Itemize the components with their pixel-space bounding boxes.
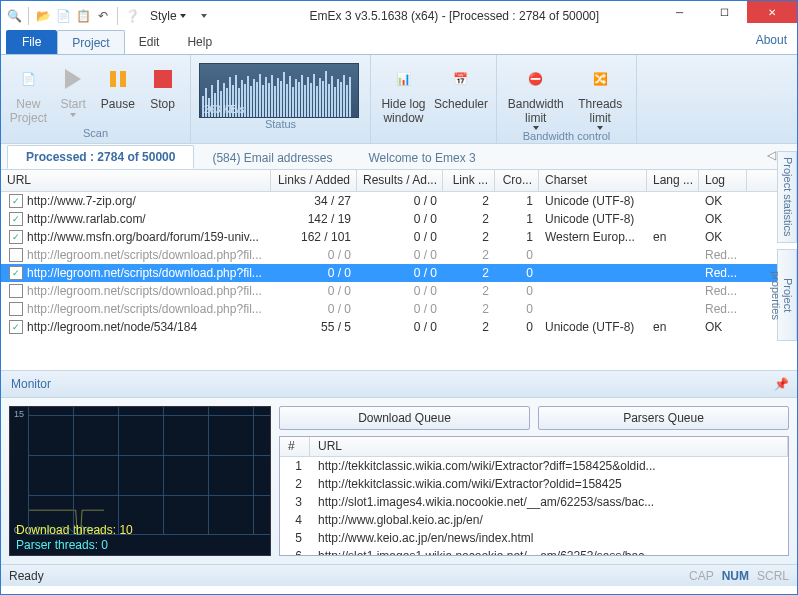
grid-header: URL Links / Added Results / Ad... Link .… bbox=[1, 170, 797, 192]
col-url[interactable]: URL bbox=[1, 170, 271, 191]
file-menu[interactable]: File bbox=[6, 30, 57, 54]
download-queue-button[interactable]: Download Queue bbox=[279, 406, 530, 430]
col-cro[interactable]: Cro... bbox=[495, 170, 539, 191]
row-checkbox[interactable]: ✓ bbox=[9, 302, 23, 316]
qat-more-icon[interactable] bbox=[196, 8, 212, 24]
scheduler-button[interactable]: 📅 Scheduler bbox=[434, 59, 488, 127]
monitor-title: Monitor bbox=[11, 377, 51, 391]
list-item[interactable]: 5http://www.keio.ac.jp/en/news/index.htm… bbox=[280, 529, 788, 547]
row-checkbox[interactable]: ✓ bbox=[9, 248, 23, 262]
table-row[interactable]: ✓http://www.7-zip.org/34 / 270 / 021Unic… bbox=[1, 192, 797, 210]
row-checkbox[interactable]: ✓ bbox=[9, 320, 23, 334]
bandwidth-icon: ⛔ bbox=[520, 63, 552, 95]
paste-icon[interactable]: 📋 bbox=[75, 8, 91, 24]
col-charset[interactable]: Charset bbox=[539, 170, 647, 191]
grid-body[interactable]: ✓http://www.7-zip.org/34 / 270 / 021Unic… bbox=[1, 192, 797, 370]
svg-marker-0 bbox=[65, 69, 81, 89]
list-item[interactable]: 3http://slot1.images4.wikia.nocookie.net… bbox=[280, 493, 788, 511]
svg-rect-2 bbox=[120, 71, 126, 87]
tab-welcome[interactable]: Welcome to Emex 3 bbox=[351, 147, 494, 169]
pause-icon bbox=[102, 63, 134, 95]
hide-log-button[interactable]: 📊 Hide log window bbox=[379, 59, 428, 127]
status-cap: CAP bbox=[689, 569, 714, 583]
sidetab-properties[interactable]: Project properties bbox=[777, 249, 797, 341]
log-window-icon: 📊 bbox=[387, 63, 419, 95]
table-row[interactable]: ✓http://legroom.net/node/534/18455 / 50 … bbox=[1, 318, 797, 336]
mon-col-num[interactable]: # bbox=[280, 437, 310, 456]
mon-col-url[interactable]: URL bbox=[310, 437, 788, 456]
tab-project[interactable]: Project bbox=[57, 30, 124, 54]
col-link[interactable]: Link ... bbox=[443, 170, 495, 191]
about-link[interactable]: About bbox=[756, 33, 787, 47]
minimize-button[interactable]: ─ bbox=[657, 1, 702, 23]
row-checkbox[interactable]: ✓ bbox=[9, 266, 23, 280]
scheduler-icon: 📅 bbox=[445, 63, 477, 95]
help-icon[interactable]: ❔ bbox=[124, 8, 140, 24]
table-row[interactable]: ✓http://www.msfn.org/board/forum/159-uni… bbox=[1, 228, 797, 246]
play-icon bbox=[57, 63, 89, 95]
new-project-icon: 📄 bbox=[12, 63, 44, 95]
status-ready: Ready bbox=[9, 569, 44, 583]
list-item[interactable]: 2http://tekkitclassic.wikia.com/wiki/Ext… bbox=[280, 475, 788, 493]
stop-icon bbox=[147, 63, 179, 95]
threads-limit-button[interactable]: 🔀 Threads limit bbox=[572, 59, 628, 130]
status-num: NUM bbox=[722, 569, 749, 583]
tab-emails[interactable]: (584) Email addresses bbox=[194, 147, 350, 169]
list-item[interactable]: 4http://www.global.keio.ac.jp/en/ bbox=[280, 511, 788, 529]
tab-help[interactable]: Help bbox=[173, 30, 226, 54]
close-button[interactable]: ✕ bbox=[747, 1, 797, 23]
col-results-ad[interactable]: Results / Ad... bbox=[357, 170, 443, 191]
app-icon: 🔍 bbox=[6, 8, 22, 24]
svg-rect-1 bbox=[110, 71, 116, 87]
doc-icon[interactable]: 📄 bbox=[55, 8, 71, 24]
tabstrip-left-icon[interactable]: ◁ bbox=[767, 148, 776, 162]
pause-button[interactable]: Pause bbox=[99, 59, 138, 127]
row-checkbox[interactable]: ✓ bbox=[9, 284, 23, 298]
row-checkbox[interactable]: ✓ bbox=[9, 212, 23, 226]
row-checkbox[interactable]: ✓ bbox=[9, 230, 23, 244]
tab-edit[interactable]: Edit bbox=[125, 30, 174, 54]
table-row[interactable]: ✓http://legroom.net/scripts/download.php… bbox=[1, 264, 797, 282]
svg-rect-3 bbox=[154, 70, 172, 88]
col-links-added[interactable]: Links / Added bbox=[271, 170, 357, 191]
bandwidth-limit-button[interactable]: ⛔ Bandwidth limit bbox=[505, 59, 566, 130]
stop-button[interactable]: Stop bbox=[143, 59, 182, 127]
sidetab-statistics[interactable]: Project statistics bbox=[777, 151, 797, 243]
table-row[interactable]: ✓http://legroom.net/scripts/download.php… bbox=[1, 282, 797, 300]
monitor-list[interactable]: # URL 1http://tekkitclassic.wikia.com/wi… bbox=[279, 436, 789, 556]
new-project-button[interactable]: 📄 New Project bbox=[9, 59, 48, 127]
row-checkbox[interactable]: ✓ bbox=[9, 194, 23, 208]
undo-icon[interactable]: ↶ bbox=[95, 8, 111, 24]
monitor-chart: 15 0 Download threads: 10 Parser threads… bbox=[9, 406, 271, 556]
parsers-queue-button[interactable]: Parsers Queue bbox=[538, 406, 789, 430]
start-button[interactable]: Start bbox=[54, 59, 93, 127]
pin-icon[interactable]: 📌 bbox=[774, 377, 789, 391]
status-scrl: SCRL bbox=[757, 569, 789, 583]
col-log[interactable]: Log bbox=[699, 170, 747, 191]
table-row[interactable]: ✓http://legroom.net/scripts/download.php… bbox=[1, 300, 797, 318]
tab-processed[interactable]: Processed : 2784 of 50000 bbox=[7, 145, 194, 169]
bandwidth-group-label: Bandwidth control bbox=[505, 130, 628, 144]
threads-icon: 🔀 bbox=[584, 63, 616, 95]
status-group-label: Status bbox=[199, 118, 362, 132]
list-item[interactable]: 1http://tekkitclassic.wikia.com/wiki/Ext… bbox=[280, 457, 788, 475]
status-chart: 263 KB/s bbox=[199, 63, 359, 118]
maximize-button[interactable]: ☐ bbox=[702, 1, 747, 23]
list-item[interactable]: 6http://slot1.images1.wikia.nocookie.net… bbox=[280, 547, 788, 556]
table-row[interactable]: ✓http://www.rarlab.com/142 / 190 / 021Un… bbox=[1, 210, 797, 228]
col-lang[interactable]: Lang ... bbox=[647, 170, 699, 191]
table-row[interactable]: ✓http://legroom.net/scripts/download.php… bbox=[1, 246, 797, 264]
scan-group-label: Scan bbox=[9, 127, 182, 141]
open-icon[interactable]: 📂 bbox=[35, 8, 51, 24]
style-dropdown[interactable]: Style bbox=[144, 6, 192, 26]
